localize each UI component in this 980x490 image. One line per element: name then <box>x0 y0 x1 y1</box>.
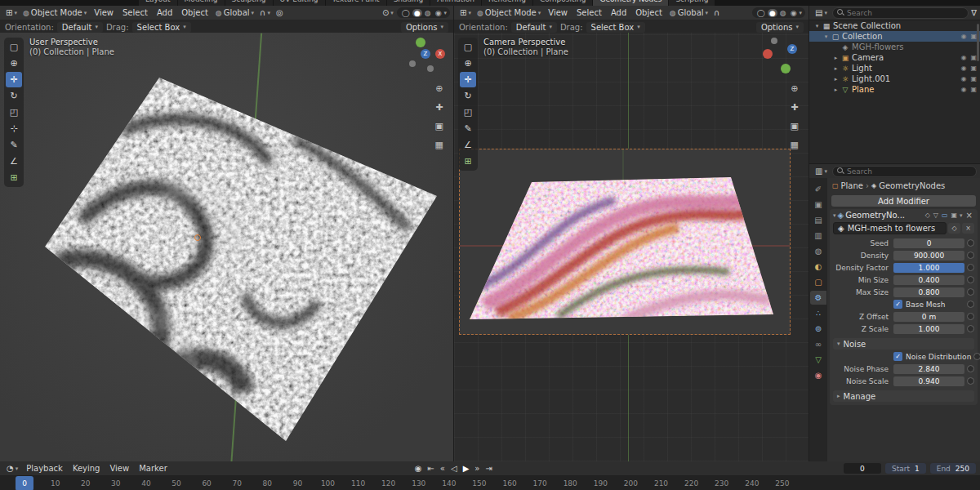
mode-select[interactable]: ◍Object Mode▾ <box>20 8 89 17</box>
unlink-button[interactable]: × <box>962 223 974 234</box>
select-box-tool[interactable]: ▢ <box>6 39 22 55</box>
camera-view-icon[interactable]: ▣ <box>435 121 443 131</box>
outliner-row-camera[interactable]: ▸ ▣ Camera ◉▣ <box>809 52 980 63</box>
menu-add[interactable]: Add <box>607 8 630 17</box>
noise-scale-field[interactable]: 0.940 <box>893 376 964 386</box>
decorator-button[interactable] <box>964 276 976 283</box>
viewport-canvas-left[interactable]: User Perspective (0) Collection | Plane … <box>0 33 453 461</box>
editor-type-button[interactable]: ◔▾ <box>4 464 20 473</box>
menu-select[interactable]: Select <box>572 8 606 17</box>
outliner-search[interactable] <box>832 7 969 19</box>
menu-add[interactable]: Add <box>153 8 176 17</box>
fake-user-button[interactable]: ◇ <box>948 223 960 234</box>
axis-x-handle[interactable] <box>763 49 773 59</box>
axis-y-handle[interactable] <box>781 64 791 74</box>
outliner-search-input[interactable] <box>847 9 964 17</box>
axis-neg-handle[interactable] <box>771 38 777 44</box>
noise-section-header[interactable]: ▾ Noise <box>833 338 974 350</box>
scale-tool[interactable]: ◰ <box>460 105 476 120</box>
extras-menu-icon[interactable]: ▾ <box>960 212 963 219</box>
tab-object-data[interactable]: ▽ <box>810 353 826 367</box>
properties-search-input[interactable] <box>847 167 972 176</box>
shading-rendered-button[interactable]: ◉ <box>434 9 443 17</box>
workspace-tab-shading[interactable]: Shading <box>387 0 431 6</box>
breadcrumb-object[interactable]: Plane <box>841 181 863 190</box>
z-offset-field[interactable]: 0 m <box>893 312 964 322</box>
eye-icon[interactable]: ◉ <box>960 54 966 61</box>
cursor-tool[interactable]: ⊕ <box>460 56 476 71</box>
move-tool[interactable]: ✛ <box>460 72 476 87</box>
workspace-tab-modeling[interactable]: Modeling <box>178 0 225 6</box>
tab-tool[interactable]: ✐ <box>810 182 826 196</box>
start-frame-field[interactable]: Start1 <box>885 463 926 474</box>
next-keyframe-button[interactable]: » <box>474 464 479 473</box>
manage-section-header[interactable]: ▸ Manage <box>833 390 974 402</box>
base-mesh-checkbox[interactable]: ✓ <box>893 300 902 309</box>
scale-tool[interactable]: ◰ <box>6 105 22 120</box>
measure-tool[interactable]: ∠ <box>460 137 476 153</box>
decorator-button[interactable] <box>964 252 976 259</box>
jump-to-end-button[interactable]: ⇥ <box>485 464 492 473</box>
navigation-gizmo[interactable]: Z <box>760 36 804 80</box>
outliner-row-scene-collection[interactable]: ▾ ▦ Scene Collection <box>809 20 980 31</box>
menu-select[interactable]: Select <box>118 8 152 17</box>
move-tool[interactable]: ✛ <box>6 72 22 87</box>
tab-material[interactable]: ◉ <box>810 368 826 382</box>
tab-scene[interactable]: ◍ <box>810 244 826 258</box>
decorator-button[interactable] <box>971 353 980 360</box>
workspace-tab-animation[interactable]: Animation <box>430 0 482 6</box>
eye-icon[interactable]: ◉ <box>960 33 966 40</box>
zoom-icon[interactable]: ⊕ <box>791 83 799 94</box>
filter-icon[interactable]: ∇ <box>971 8 977 17</box>
decorator-button[interactable] <box>964 377 976 385</box>
drag-dropdown[interactable]: Select Box▾ <box>132 22 191 33</box>
snap-toggle[interactable]: ∩ <box>711 8 722 17</box>
workspace-tab-rendering[interactable]: Rendering <box>482 0 533 6</box>
viewport-canvas-right[interactable]: Camera Perspective (0) Collection | Plan… <box>454 33 808 461</box>
tab-constraints[interactable]: ∞ <box>810 337 826 351</box>
workspace-tab-uv-editing[interactable]: UV Editing <box>274 0 326 6</box>
transform-orientation-select[interactable]: ◍Global▾ <box>213 8 256 17</box>
seed-field[interactable]: 0 <box>893 238 964 248</box>
collapse-icon[interactable]: ▾ <box>833 212 836 219</box>
editor-type-button[interactable]: ⊞▾ <box>457 8 474 17</box>
camera-view-icon[interactable]: ▣ <box>791 121 799 131</box>
realtime-toggle[interactable]: ▭ <box>941 212 949 219</box>
mode-select[interactable]: ◍Object Mode▾ <box>474 8 543 17</box>
decorator-button[interactable] <box>964 301 976 308</box>
outliner-row-light[interactable]: ▸ ☼ Light ◉▣ <box>809 63 980 74</box>
menu-keying[interactable]: Keying <box>69 464 105 473</box>
render-visibility-icon[interactable]: ▣ <box>970 65 977 72</box>
edit-mode-toggle[interactable]: ▽ <box>933 212 939 219</box>
outliner-row-mgh-flowers[interactable]: ◈ MGH-flowers <box>809 42 980 52</box>
editor-type-button[interactable]: ▤▾ <box>813 8 830 17</box>
workspace-tab-texture-paint[interactable]: Texture Paint <box>326 0 387 6</box>
shading-solid-button[interactable]: ● <box>768 9 777 17</box>
rotate-tool[interactable]: ↻ <box>460 88 476 104</box>
properties-search[interactable] <box>832 166 977 177</box>
axis-z-handle[interactable]: Z <box>421 49 430 59</box>
annotate-tool[interactable]: ✎ <box>6 137 22 153</box>
eye-icon[interactable]: ◉ <box>960 86 966 93</box>
options-dropdown[interactable]: Options▾ <box>401 22 448 33</box>
add-cube-tool[interactable]: ⊞ <box>460 154 476 169</box>
axis-z-handle[interactable]: Z <box>787 44 797 54</box>
ortho-grid-icon[interactable]: ▦ <box>791 140 799 150</box>
shading-material-button[interactable]: ◍ <box>778 9 788 17</box>
tab-particles[interactable]: ∴ <box>810 306 826 320</box>
play-button[interactable]: ▶ <box>463 464 470 473</box>
tab-output[interactable]: ▤ <box>810 213 826 227</box>
pivot-select[interactable]: ⊙▾ <box>380 8 396 17</box>
menu-object[interactable]: Object <box>631 8 666 17</box>
axis-x-handle[interactable]: X <box>435 49 445 59</box>
outliner-scrollbar[interactable] <box>977 24 979 61</box>
collapse-icon[interactable]: ▾ <box>813 23 822 29</box>
workspace-tab-layout[interactable]: Layout <box>139 0 178 6</box>
decorator-button[interactable] <box>964 365 976 372</box>
rotate-tool[interactable]: ↻ <box>6 88 22 104</box>
shading-rendered-button[interactable]: ◉ <box>789 9 799 17</box>
orientation-dropdown[interactable]: Default▾ <box>57 22 103 33</box>
shading-material-button[interactable]: ◍ <box>423 9 433 17</box>
end-frame-field[interactable]: End250 <box>930 463 976 474</box>
expand-icon[interactable]: ▸ <box>831 76 840 82</box>
